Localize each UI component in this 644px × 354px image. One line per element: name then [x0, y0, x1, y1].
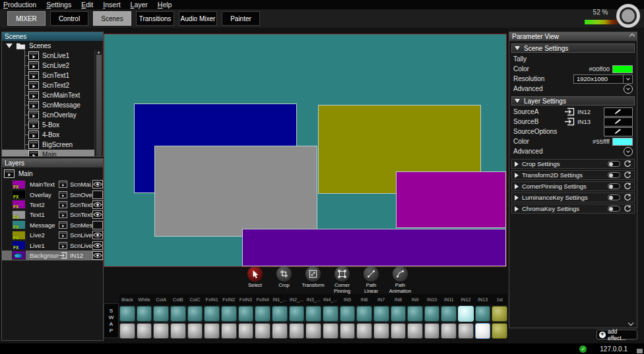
section-enable-toggle[interactable]: [608, 172, 620, 178]
settings-section-row[interactable]: Transform2D Settings: [511, 170, 635, 180]
scenes-tree-root[interactable]: Scenes: [2, 41, 103, 51]
layer-visibility-checkbox[interactable]: [92, 191, 103, 199]
source-button-program[interactable]: [306, 306, 321, 322]
source-button-program[interactable]: [356, 306, 372, 322]
reset-icon[interactable]: [624, 205, 631, 213]
scene-tree-item[interactable]: ScnOverlay: [2, 110, 103, 120]
source-button-preview[interactable]: [170, 323, 186, 339]
scroll-down-icon[interactable]: [628, 320, 633, 326]
sourceoptions-edit-button[interactable]: [604, 127, 633, 136]
source-button-program[interactable]: [289, 306, 305, 322]
source-button-program[interactable]: [323, 306, 338, 322]
tab[interactable]: Painter: [222, 11, 260, 26]
tab[interactable]: Control: [50, 11, 88, 26]
source-button-program[interactable]: [424, 306, 440, 322]
layer-visibility-checkbox[interactable]: [92, 200, 103, 209]
source-button-program[interactable]: [187, 306, 203, 322]
tab[interactable]: MIXER: [7, 11, 46, 26]
scene-color-swatch[interactable]: [612, 65, 633, 73]
scroll-up-icon[interactable]: [629, 34, 635, 39]
source-button-preview[interactable]: [458, 323, 474, 339]
source-button-program[interactable]: [137, 306, 152, 322]
source-button-preview[interactable]: [272, 323, 288, 339]
source-button-program[interactable]: [407, 306, 423, 322]
scene-tree-item[interactable]: 4-Box: [2, 130, 103, 140]
source-button-preview[interactable]: [137, 323, 152, 339]
scenes-scrollbar[interactable]: ▲▼: [94, 50, 102, 156]
sourceb-edit-button[interactable]: [604, 117, 633, 127]
source-button-preview[interactable]: [373, 323, 389, 339]
canvas-layer-rect[interactable]: [154, 146, 317, 237]
sourcea-edit-button[interactable]: [604, 107, 633, 117]
settings-section-row[interactable]: CornerPinning Settings: [511, 181, 635, 191]
scene-tree-item[interactable]: BigScreen: [2, 140, 103, 150]
layer-settings-header[interactable]: Layer Settings: [511, 96, 635, 105]
source-button-preview[interactable]: [153, 323, 169, 339]
layer-row[interactable]: FX Live2 ScnLive2: [2, 230, 103, 240]
section-enable-toggle[interactable]: [608, 183, 620, 189]
corner-pinning-tool-button[interactable]: Corner Pinning: [330, 266, 354, 294]
source-button-preview[interactable]: [441, 323, 457, 339]
settings-section-row[interactable]: LuminanceKey Settings: [511, 192, 635, 202]
source-button-program[interactable]: [204, 306, 220, 322]
layer-visibility-checkbox[interactable]: [92, 180, 103, 189]
path-animation-tool-button[interactable]: Path Animation: [388, 266, 412, 294]
source-button-program[interactable]: [475, 306, 491, 322]
scene-tree-item[interactable]: ScnLive2: [2, 61, 103, 71]
layer-row[interactable]: FX Message ScnMes...: [2, 220, 103, 230]
scene-advanced-expand-button[interactable]: [624, 84, 633, 94]
menu-item[interactable]: Settings: [46, 1, 71, 9]
settings-section-row[interactable]: ChromaKey Settings: [511, 204, 635, 214]
layer-visibility-checkbox[interactable]: [92, 241, 103, 250]
canvas-layer-rect[interactable]: [242, 229, 506, 266]
menu-item[interactable]: Production: [3, 1, 36, 9]
scroll-thumb[interactable]: [96, 55, 102, 156]
tab[interactable]: Scenes: [93, 11, 131, 26]
resolution-dropdown[interactable]: 1920x1080: [573, 74, 624, 84]
tab[interactable]: Transitions: [136, 11, 174, 26]
layer-row[interactable]: FX Overlay ScnOver...: [2, 189, 103, 199]
reset-icon[interactable]: [624, 171, 631, 179]
layer-row[interactable]: FX Text2 ScnText2: [2, 200, 103, 210]
scene-tree-item[interactable]: ScnMessage: [2, 100, 103, 110]
scene-tree-item[interactable]: ScnText2: [2, 80, 103, 90]
source-button-preview[interactable]: [238, 323, 254, 339]
source-button-program[interactable]: [373, 306, 389, 322]
path-linear-tool-button[interactable]: Path Linear: [359, 266, 383, 294]
resolution-dropdown-button[interactable]: [624, 74, 633, 84]
source-button-preview[interactable]: [306, 323, 321, 339]
layer-visibility-checkbox[interactable]: [92, 210, 103, 219]
transform-tool-button[interactable]: Transform: [301, 266, 325, 294]
source-button-program[interactable]: [153, 306, 169, 322]
canvas-layer-rect[interactable]: [396, 171, 506, 228]
layer-row[interactable]: FX Text1 ScnText1: [2, 210, 103, 220]
source-button-program[interactable]: [238, 306, 254, 322]
scene-tree-item[interactable]: Main: [2, 150, 94, 156]
settings-section-row[interactable]: Crop Settings: [511, 159, 635, 169]
source-button-program[interactable]: [221, 306, 237, 322]
layer-row[interactable]: FX Live1 ScnLive1: [2, 240, 103, 250]
layer-visibility-checkbox[interactable]: [92, 221, 103, 229]
reset-icon[interactable]: [624, 160, 631, 168]
reset-icon[interactable]: [624, 183, 631, 191]
menu-item[interactable]: Layer: [131, 1, 148, 9]
scroll-up-icon[interactable]: ▲: [97, 50, 101, 54]
source-button-program[interactable]: [170, 306, 186, 322]
section-enable-toggle[interactable]: [608, 194, 620, 200]
source-button-program[interactable]: [492, 306, 507, 322]
select-tool-button[interactable]: Select: [243, 266, 267, 294]
add-effect-button[interactable]: + add effect...: [596, 330, 637, 339]
expand-arrow-icon[interactable]: [6, 44, 13, 48]
source-button-preview[interactable]: [289, 323, 305, 339]
crop-tool-button[interactable]: Crop: [272, 266, 296, 294]
tab[interactable]: Audio Mixer: [179, 11, 217, 26]
scene-preview-canvas[interactable]: [104, 34, 507, 267]
source-button-program[interactable]: [272, 306, 288, 322]
scene-tree-item[interactable]: ScnText1: [2, 71, 103, 80]
menu-item[interactable]: Insert: [103, 1, 120, 9]
layer-visibility-checkbox[interactable]: [92, 231, 103, 239]
scene-tree-item[interactable]: ScnLive1: [2, 51, 103, 61]
menu-item[interactable]: Help: [158, 1, 172, 9]
source-button-program[interactable]: [441, 306, 457, 322]
source-button-preview[interactable]: [119, 323, 135, 339]
